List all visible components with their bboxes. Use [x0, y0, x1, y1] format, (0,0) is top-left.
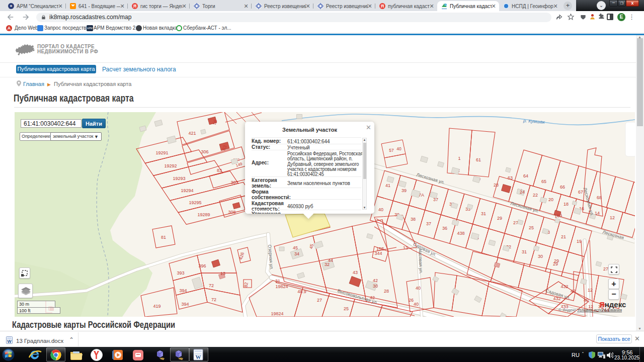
svg-text:72: 72 — [209, 283, 214, 288]
svg-text:1: 1 — [458, 156, 460, 161]
svg-text:19289: 19289 — [197, 212, 210, 217]
svg-text:34: 34 — [294, 251, 299, 256]
svg-text:19291: 19291 — [155, 150, 168, 155]
svg-text:15Б: 15Б — [376, 246, 384, 251]
svg-text:26: 26 — [409, 298, 414, 303]
svg-text:63: 63 — [508, 175, 513, 180]
svg-text:22: 22 — [533, 193, 538, 198]
svg-text:344: 344 — [374, 251, 382, 256]
svg-text:28: 28 — [494, 183, 499, 188]
svg-text:36: 36 — [442, 226, 447, 231]
svg-text:421: 421 — [188, 131, 196, 136]
svg-text:20: 20 — [548, 197, 553, 202]
svg-text:83: 83 — [217, 168, 222, 173]
svg-text:28: 28 — [384, 289, 389, 294]
svg-text:306: 306 — [201, 149, 208, 154]
svg-text:37: 37 — [426, 221, 431, 226]
svg-text:Часовая ул.: Часовая ул. — [418, 249, 424, 274]
svg-text:39: 39 — [401, 188, 407, 193]
svg-text:19292: 19292 — [164, 163, 177, 168]
svg-text:13: 13 — [220, 271, 225, 276]
svg-text:45: 45 — [293, 245, 298, 250]
svg-text:21: 21 — [561, 234, 566, 239]
svg-text:308: 308 — [228, 210, 235, 215]
svg-text:25: 25 — [344, 306, 349, 311]
svg-text:13: 13 — [403, 245, 408, 250]
svg-text:12: 12 — [588, 288, 593, 293]
svg-text:25: 25 — [529, 225, 534, 230]
svg-text:31: 31 — [481, 211, 486, 216]
svg-text:307: 307 — [230, 180, 238, 185]
svg-text:438: 438 — [457, 231, 464, 236]
svg-text:19824: 19824 — [275, 284, 288, 289]
svg-text:396: 396 — [198, 263, 206, 268]
svg-text:27: 27 — [317, 298, 322, 303]
svg-text:19293: 19293 — [173, 176, 185, 181]
svg-text:12: 12 — [610, 215, 615, 220]
svg-text:41: 41 — [385, 183, 390, 188]
svg-text:57: 57 — [389, 148, 394, 153]
svg-text:40: 40 — [416, 286, 421, 291]
svg-text:29: 29 — [497, 216, 502, 221]
svg-text:27: 27 — [603, 266, 608, 272]
svg-text:40: 40 — [378, 207, 383, 212]
svg-text:24: 24 — [520, 190, 525, 195]
svg-text:394: 394 — [181, 302, 189, 307]
svg-text:19295: 19295 — [189, 200, 201, 205]
svg-text:40: 40 — [584, 298, 589, 303]
svg-text:65: 65 — [541, 179, 546, 184]
svg-text:81: 81 — [161, 235, 166, 240]
svg-text:61: 61 — [476, 157, 481, 162]
svg-text:19824: 19824 — [271, 311, 283, 316]
svg-text:72: 72 — [211, 297, 216, 302]
svg-text:393: 393 — [177, 270, 184, 276]
svg-text:394: 394 — [179, 288, 187, 293]
svg-text:43: 43 — [353, 270, 358, 275]
svg-text:29: 29 — [553, 261, 558, 266]
svg-text:31: 31 — [275, 279, 280, 284]
svg-text:66: 66 — [560, 185, 565, 190]
svg-text:48.9: 48.9 — [297, 289, 306, 294]
svg-text:31: 31 — [522, 249, 527, 254]
svg-text:67: 67 — [578, 190, 583, 195]
svg-text:19: 19 — [577, 239, 582, 244]
svg-text:419: 419 — [153, 304, 160, 309]
svg-text:30: 30 — [373, 284, 378, 289]
svg-text:42: 42 — [571, 289, 576, 294]
svg-text:32: 32 — [325, 262, 330, 267]
svg-text:19294: 19294 — [181, 188, 193, 193]
svg-text:W: W — [7, 339, 12, 344]
svg-text:40: 40 — [396, 146, 401, 151]
svg-text:432: 432 — [560, 284, 568, 289]
svg-text:42: 42 — [373, 278, 378, 283]
svg-text:82: 82 — [243, 282, 249, 288]
svg-text:64: 64 — [523, 173, 528, 178]
svg-text:38: 38 — [411, 217, 416, 222]
svg-text:W: W — [196, 354, 201, 360]
svg-text:40: 40 — [414, 302, 419, 307]
svg-text:18: 18 — [564, 202, 569, 207]
svg-text:30: 30 — [538, 254, 543, 259]
